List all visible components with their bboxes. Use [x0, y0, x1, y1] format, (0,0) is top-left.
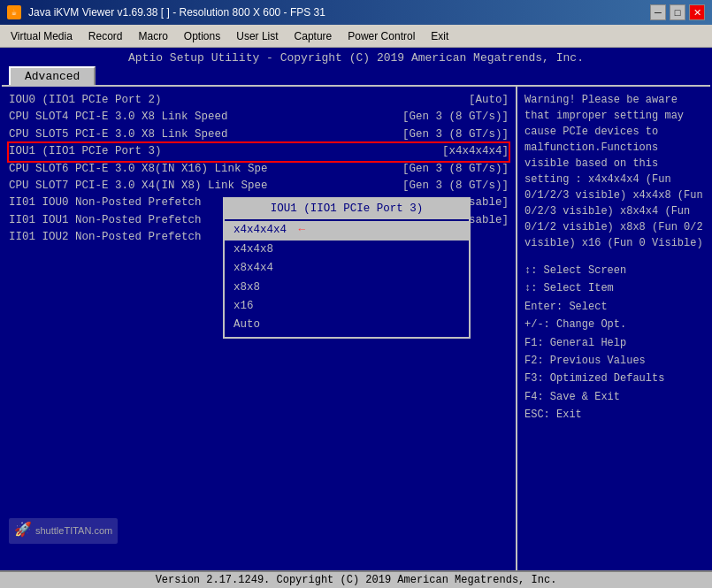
key-help-esc: ESC: Exit — [524, 406, 703, 424]
maximize-button[interactable]: □ — [670, 4, 685, 20]
key-help-select-screen: ↕: Select Screen — [524, 262, 703, 279]
bios-row-slot7-label: CPU SLOT7 PCI-E 3.0 X4(IN X8) Link Spee — [9, 178, 402, 195]
menu-exit[interactable]: Exit — [424, 28, 456, 44]
bios-row-slot4-value: [Gen 3 (8 GT/s)] — [402, 109, 509, 126]
key-help-enter: Enter: Select — [524, 298, 703, 316]
dropdown-popup: IOU1 (IIO1 PCIe Port 3) x4x4x4x4 ← x4x4x… — [223, 197, 471, 339]
dropdown-option-5[interactable]: Auto — [225, 316, 469, 334]
key-help-f3: F3: Optimized Defaults — [524, 370, 703, 387]
title-controls: ─ □ ✕ — [650, 4, 705, 20]
watermark: 🚀 shuttleTITAN.com — [9, 518, 118, 544]
watermark-text: shuttleTITAN.com — [35, 523, 112, 538]
bios-row-iou1-value: [x4x4x4x4] — [442, 143, 509, 160]
bios-row-slot6-value: [Gen 3 (8 GT/s)] — [402, 161, 509, 178]
dropdown-option-4[interactable]: x16 — [225, 297, 469, 316]
bios-row-slot4-label: CPU SLOT4 PCI-E 3.0 X8 Link Speed — [9, 109, 402, 126]
bios-row-iou0[interactable]: IOU0 (IIO1 PCIe Port 2) [Auto] — [9, 92, 509, 109]
title-bar-left: ☕ Java iKVM Viewer v1.69.38 [ ] - Resolu… — [7, 5, 325, 19]
key-help-change: +/-: Change Opt. — [524, 316, 703, 333]
dropdown-arrow: ← — [299, 222, 306, 239]
title-text: Java iKVM Viewer v1.69.38 [ ] - Resoluti… — [28, 6, 325, 19]
bios-tabs: Advanced — [0, 66, 712, 85]
bios-left-pane: IOU0 (IIO1 PCIe Port 2) [Auto] CPU SLOT4… — [2, 87, 516, 570]
bios-content: IOU0 (IIO1 PCIe Port 2) [Auto] CPU SLOT4… — [2, 85, 710, 570]
watermark-icon: 🚀 — [14, 520, 32, 542]
dropdown-options: x4x4x4x4 ← x4x4x8 x8x4x4 x8x8 x16 Auto — [225, 219, 469, 336]
bios-row-iou0-label: IOU0 (IIO1 PCIe Port 2) — [9, 92, 469, 109]
menu-power-control[interactable]: Power Control — [341, 28, 422, 44]
bios-row-slot5-value: [Gen 3 (8 GT/s)] — [402, 126, 509, 143]
minimize-button[interactable]: ─ — [650, 4, 666, 20]
key-help-f2: F2: Previous Values — [524, 352, 703, 370]
bios-footer-text: Version 2.17.1249. Copyright (C) 2019 Am… — [156, 574, 557, 586]
bios-row-slot6-label: CPU SLOT6 PCI-E 3.0 X8(IN X16) Link Spe — [9, 161, 402, 178]
dropdown-title: IOU1 (IIO1 PCIe Port 3) — [225, 199, 469, 219]
bios-help-text: Warning! Please be aware that improper s… — [524, 92, 703, 251]
bios-right-pane: Warning! Please be aware that improper s… — [516, 87, 710, 570]
key-help-select-item: ↕: Select Item — [524, 279, 703, 297]
title-bar: ☕ Java iKVM Viewer v1.69.38 [ ] - Resolu… — [0, 0, 712, 25]
bios-row-slot6[interactable]: CPU SLOT6 PCI-E 3.0 X8(IN X16) Link Spe … — [9, 161, 509, 178]
menu-user-list[interactable]: User List — [229, 28, 285, 44]
bios-row-slot7[interactable]: CPU SLOT7 PCI-E 3.0 X4(IN X8) Link Spee … — [9, 178, 509, 195]
menu-capture[interactable]: Capture — [287, 28, 340, 44]
bios-row-iou0-value: [Auto] — [469, 92, 509, 109]
close-button[interactable]: ✕ — [689, 4, 705, 20]
menu-bar: Virtual Media Record Macro Options User … — [0, 25, 712, 48]
bios-row-slot5-label: CPU SLOT5 PCI-E 3.0 X8 Link Speed — [9, 126, 402, 143]
bios-row-iou1[interactable]: IOU1 (IIO1 PCIe Port 3) [x4x4x4x4] — [9, 143, 509, 160]
menu-macro[interactable]: Macro — [132, 28, 175, 44]
bios-key-help: ↕: Select Screen ↕: Select Item Enter: S… — [524, 262, 703, 424]
bios-row-slot4[interactable]: CPU SLOT4 PCI-E 3.0 X8 Link Speed [Gen 3… — [9, 109, 509, 126]
menu-virtual-media[interactable]: Virtual Media — [4, 28, 80, 44]
dropdown-option-2[interactable]: x8x4x4 — [225, 259, 469, 278]
key-help-f4: F4: Save & Exit — [524, 388, 703, 406]
dropdown-option-1[interactable]: x4x4x8 — [225, 241, 469, 259]
key-help-f1: F1: General Help — [524, 334, 703, 352]
menu-record[interactable]: Record — [81, 28, 130, 44]
app-icon: ☕ — [7, 5, 21, 19]
dropdown-option-0[interactable]: x4x4x4x4 ← — [225, 221, 469, 240]
bios-row-slot5[interactable]: CPU SLOT5 PCI-E 3.0 X8 Link Speed [Gen 3… — [9, 126, 509, 143]
bios-row-iou1-label: IOU1 (IIO1 PCIe Port 3) — [9, 143, 442, 160]
bios-footer: Version 2.17.1249. Copyright (C) 2019 Am… — [0, 570, 712, 588]
bios-row-slot7-value: [Gen 3 (8 GT/s)] — [402, 178, 509, 195]
bios-tab-advanced[interactable]: Advanced — [9, 66, 96, 85]
menu-options[interactable]: Options — [177, 28, 227, 44]
bios-area: Aptio Setup Utility - Copyright (C) 2019… — [0, 48, 712, 588]
bios-header: Aptio Setup Utility - Copyright (C) 2019… — [0, 48, 712, 66]
dropdown-option-3[interactable]: x8x8 — [225, 279, 469, 297]
